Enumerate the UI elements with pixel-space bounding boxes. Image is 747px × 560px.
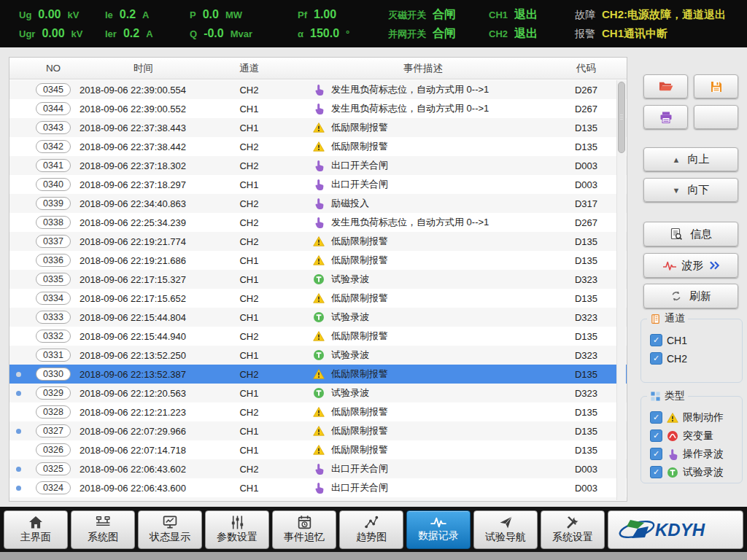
scroll-down-button[interactable]: ▼ 向下 <box>643 178 738 202</box>
row-time: 2018-09-06 22:19:21.686 <box>80 255 207 266</box>
telemetry-label: 故障 <box>575 9 595 22</box>
type-checkbox-2[interactable]: ✓操作录波 <box>650 445 742 463</box>
type-checkbox-3[interactable]: ✓试验录波 <box>650 463 742 481</box>
table-row[interactable]: 03322018-09-06 22:15:44.940CH2低励限制报警D135 <box>9 327 627 346</box>
table-row[interactable]: 03452018-09-06 22:39:00.554CH2发生甩负荷标志位，自… <box>9 80 627 99</box>
row-number-badge: 0334 <box>36 292 71 305</box>
row-description: 励磁投入 <box>291 197 555 210</box>
channel-checkbox-ch1[interactable]: ✓CH1 <box>650 331 742 349</box>
nav-label: 参数设置 <box>217 531 258 544</box>
brand-logo-button[interactable]: KDYH <box>608 510 743 549</box>
row-channel: CH1 <box>207 255 291 266</box>
telemetry-value: 合闸 <box>433 26 456 42</box>
row-time: 2018-09-06 22:17:15.327 <box>80 274 207 285</box>
row-channel: CH2 <box>207 293 291 304</box>
row-channel: CH1 <box>207 274 291 285</box>
table-row[interactable]: 03372018-09-06 22:19:21.774CH2低励限制报警D135 <box>9 232 627 251</box>
nav-button-monitor[interactable]: 状态显示 <box>138 510 202 549</box>
print-button[interactable] <box>643 105 688 129</box>
telemetry-unit: kV <box>67 9 79 20</box>
telemetry-cell: 并网开关合闸 <box>388 26 489 42</box>
type-checkbox-1[interactable]: ✓突变量 <box>650 427 742 445</box>
table-row[interactable]: 03422018-09-06 22:37:38.442CH2低励限制报警D135 <box>9 137 627 156</box>
row-description: 出口开关合闸 <box>291 159 555 172</box>
row-code: D323 <box>555 388 617 399</box>
row-number-cell: 0328 <box>27 405 80 419</box>
monitor-icon <box>162 515 178 530</box>
refresh-button[interactable]: 刷新 <box>643 284 738 308</box>
nav-button-record[interactable]: 数据记录 <box>406 510 471 549</box>
table-row[interactable]: 03342018-09-06 22:17:15.652CH2低励限制报警D135 <box>9 289 627 308</box>
table-header: NO时间通道事件描述代码 <box>9 58 627 79</box>
telemetry-label: Ug <box>19 9 31 20</box>
row-number-badge: 0336 <box>36 254 71 267</box>
row-time: 2018-09-06 22:15:44.940 <box>80 331 207 342</box>
info-button[interactable]: 信息 <box>643 222 738 246</box>
open-file-button[interactable] <box>643 74 688 98</box>
row-marker-cell <box>9 372 27 377</box>
waveform-button[interactable]: 波形 <box>643 253 738 278</box>
table-row[interactable]: 03392018-09-06 22:34:40.863CH2励磁投入D317 <box>9 194 627 213</box>
channel-checkbox-ch2[interactable]: ✓CH2 <box>650 349 742 368</box>
telemetry-label: Pf <box>298 9 307 20</box>
scrollbar-track[interactable] <box>616 80 626 500</box>
scrollbar-thumb[interactable] <box>618 82 625 153</box>
table-row[interactable]: 03252018-09-06 22:06:43.602CH2出口开关合闸D003 <box>9 459 627 478</box>
scroll-up-button[interactable]: ▲ 向上 <box>643 147 738 171</box>
table-row[interactable]: 03332018-09-06 22:15:44.804CH1试验录波D323 <box>9 308 627 327</box>
row-number-badge: 0341 <box>36 159 71 172</box>
tool-panel: ▲ 向上 ▼ 向下 信息 波形 刷新 通道 ✓CH1✓CH2 类型 ✓限制动作✓… <box>636 47 747 507</box>
table-row[interactable]: 03302018-09-06 22:13:52.387CH2低励限制报警D135 <box>9 365 627 384</box>
telemetry-value: 0.00 <box>42 27 64 40</box>
nav-button-diagram[interactable]: 系统图 <box>71 510 135 549</box>
row-description: 低励限制报警 <box>291 443 555 456</box>
type-checkbox-0[interactable]: ✓限制动作 <box>650 408 742 427</box>
nav-button-recall[interactable]: 事件追忆 <box>272 510 336 549</box>
table-row[interactable]: 03292018-09-06 22:12:20.563CH1试验录波D323 <box>9 384 627 402</box>
row-number-cell: 0334 <box>27 292 80 305</box>
table-row[interactable]: 03412018-09-06 22:37:18.302CH2出口开关合闸D003 <box>9 156 627 175</box>
type-group-title: 类型 <box>665 389 685 402</box>
save-button[interactable] <box>694 74 738 98</box>
row-time: 2018-09-06 22:06:43.600 <box>80 483 207 494</box>
table-row[interactable]: 03352018-09-06 22:17:15.327CH1试验录波D323 <box>9 270 627 289</box>
table-row[interactable]: 03272018-09-06 22:07:29.966CH1低励限制报警D135 <box>9 421 627 440</box>
row-description: 出口开关合闸 <box>291 178 555 191</box>
blank-button[interactable] <box>694 105 738 129</box>
nav-button-navigate[interactable]: 试验导航 <box>473 510 538 549</box>
nav-button-settings[interactable]: 系统设置 <box>541 510 605 549</box>
table-row[interactable]: 03282018-09-06 22:12:21.223CH2低励限制报警D135 <box>9 402 627 421</box>
column-header-5: 代码 <box>555 62 617 75</box>
table-row[interactable]: 03382018-09-06 22:25:34.239CH2发生甩负荷标志位，自… <box>9 213 627 232</box>
table-row[interactable]: 03262018-09-06 22:07:14.718CH1低励限制报警D135 <box>9 440 627 459</box>
test-record-icon <box>667 467 678 478</box>
checkbox-label: 操作录波 <box>683 448 724 461</box>
table-row[interactable]: 03402018-09-06 22:37:18.297CH1出口开关合闸D003 <box>9 175 627 194</box>
nav-button-sliders[interactable]: 参数设置 <box>205 510 269 549</box>
table-row[interactable]: 03442018-09-06 22:39:00.552CH1发生甩负荷标志位，自… <box>9 99 627 118</box>
row-number-cell: 0324 <box>27 481 80 494</box>
telemetry-label: Ier <box>105 28 117 39</box>
table-row[interactable]: 03432018-09-06 22:37:38.443CH1低励限制报警D135 <box>9 118 627 137</box>
warning-icon <box>313 330 325 342</box>
telemetry-cell: 灭磁开关合闸 <box>388 7 489 23</box>
recall-icon <box>297 515 312 530</box>
telemetry-value: 退出 <box>514 7 538 23</box>
table-row[interactable]: 03242018-09-06 22:06:43.600CH1出口开关合闸D003 <box>9 478 627 497</box>
sliders-icon <box>230 515 245 530</box>
row-description-text: 发生甩负荷标志位，自动方式用 0-->1 <box>331 102 489 115</box>
row-code: D323 <box>555 312 617 323</box>
row-number-cell: 0330 <box>27 368 80 381</box>
row-number-badge: 0327 <box>36 424 71 438</box>
row-marker-cell <box>9 429 27 434</box>
nav-button-trend[interactable]: 趋势图 <box>339 510 403 549</box>
row-time: 2018-09-06 22:37:38.442 <box>80 141 207 152</box>
table-row[interactable]: 03312018-09-06 22:13:52.250CH1试验录波D323 <box>9 346 627 365</box>
row-channel: CH2 <box>207 85 291 96</box>
row-number-badge: 0329 <box>36 386 71 400</box>
row-number-cell: 0340 <box>27 178 80 191</box>
nav-button-home[interactable]: 主界面 <box>4 510 68 549</box>
table-row[interactable]: 03362018-09-06 22:19:21.686CH1低励限制报警D135 <box>9 251 627 270</box>
telemetry-unit: ° <box>346 28 349 39</box>
row-channel: CH2 <box>207 198 291 209</box>
